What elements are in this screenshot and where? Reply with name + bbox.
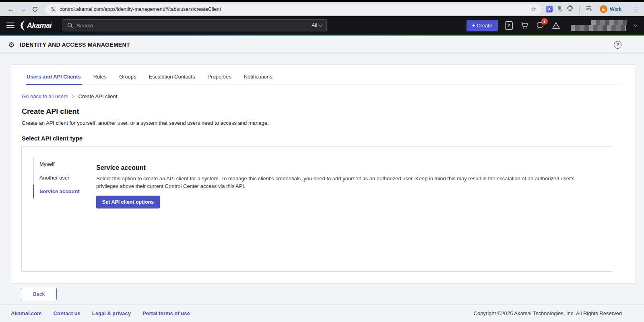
footer-link-legal-privacy[interactable]: Legal & privacy: [92, 310, 131, 316]
set-api-client-options-button[interactable]: Set API client options: [96, 196, 160, 208]
tab-roles[interactable]: Roles: [93, 72, 107, 85]
breadcrumb-back-link[interactable]: Go back to all users: [22, 93, 68, 99]
client-type-panel: Myself Another user Service account Serv…: [21, 146, 612, 272]
akamai-logo-text: Akamai: [27, 21, 52, 30]
create-button[interactable]: + Create: [466, 20, 498, 31]
docs-icon: ?: [505, 21, 513, 30]
warning-triangle-icon: [551, 21, 561, 30]
back-button[interactable]: Back: [21, 288, 57, 300]
search-icon: [67, 22, 73, 29]
footer-link-akamai-com[interactable]: Akamai.com: [11, 310, 42, 316]
footer-link-contact-us[interactable]: Contact us: [54, 310, 80, 316]
address-bar[interactable]: control.akamai.com/apps/identity-managem…: [45, 4, 541, 15]
footer: Akamai.com Contact us Legal & privacy Po…: [0, 304, 644, 322]
bookmark-star-icon[interactable]: ☆: [529, 6, 539, 13]
detail-description: Select this option to create an API clie…: [96, 175, 590, 190]
url-text: control.akamai.com/apps/identity-managem…: [60, 6, 526, 12]
chevron-down-icon: [319, 23, 323, 27]
client-type-option-another-user[interactable]: Another user: [33, 171, 96, 185]
breadcrumb: Go back to all users > Create API client: [22, 93, 636, 99]
marketplace-cart-button[interactable]: [520, 21, 529, 30]
page-intro: Create an API client for yourself, anoth…: [22, 120, 636, 126]
chat-notification-badge: 1: [541, 18, 548, 25]
client-type-option-myself[interactable]: Myself: [33, 157, 96, 171]
footer-link-portal-terms[interactable]: Portal terms of use: [142, 310, 190, 316]
gear-icon: ⚙: [8, 41, 15, 49]
tab-bar: Users and API Clients Roles Groups Escal…: [26, 72, 621, 85]
copyright-text: Copyright ©2025 Akamai Technologies, Inc…: [474, 310, 622, 316]
main-content-card: Users and API Clients Roles Groups Escal…: [11, 64, 636, 284]
page-title: Create API client: [22, 107, 636, 116]
documentation-button[interactable]: ?: [504, 21, 514, 30]
toolbar-divider: [579, 5, 580, 13]
breadcrumb-separator: >: [72, 93, 75, 99]
user-menu-chevron-icon[interactable]: [634, 23, 638, 27]
tab-escalation-contacts[interactable]: Escalation Contacts: [148, 72, 196, 85]
alerts-button[interactable]: [551, 21, 561, 30]
site-settings-icon[interactable]: [50, 6, 56, 12]
tab-notifications[interactable]: Notifications: [243, 72, 273, 85]
akamai-top-bar: Akamai Search All + Create ? 1: [0, 16, 644, 35]
redacted-block: [591, 20, 627, 25]
client-type-detail: Service account Select this option to cr…: [96, 147, 612, 271]
tab-users-and-api-clients[interactable]: Users and API Clients: [26, 72, 82, 85]
search-scope-dropdown[interactable]: All: [312, 23, 322, 28]
search-placeholder: Search: [76, 23, 312, 29]
browser-back-button[interactable]: ←: [5, 3, 17, 15]
tab-properties[interactable]: Properties: [206, 72, 232, 85]
cart-icon: [520, 21, 529, 30]
breadcrumb-current: Create API client: [78, 93, 117, 99]
global-search-input[interactable]: Search All: [62, 19, 327, 31]
translate-extension-icon[interactable]: A: [546, 6, 553, 12]
hamburger-menu-icon[interactable]: [6, 23, 14, 28]
extensions-puzzle-icon[interactable]: [566, 5, 574, 14]
app-title: IDENTITY AND ACCESS MANAGEMENT: [20, 41, 130, 48]
help-button[interactable]: ?: [614, 41, 621, 49]
chat-button[interactable]: 1: [535, 21, 545, 30]
section-title: Select API client type: [22, 135, 636, 142]
browser-chrome: ← → control.akamai.com/apps/identity-man…: [0, 0, 644, 16]
detail-title: Service account: [96, 164, 590, 171]
profile-avatar: E: [600, 5, 607, 13]
browser-forward-button[interactable]: →: [17, 3, 29, 15]
browser-reload-button[interactable]: [29, 3, 41, 15]
extension-icon[interactable]: [556, 5, 563, 13]
client-type-nav: Myself Another user Service account: [22, 147, 96, 271]
redacted-block: [571, 25, 626, 31]
app-title-bar: ⚙ IDENTITY AND ACCESS MANAGEMENT ?: [0, 36, 644, 54]
redacted-username[interactable]: [571, 20, 626, 31]
client-type-option-service-account[interactable]: Service account: [33, 185, 96, 198]
browser-menu-icon[interactable]: ⋮: [633, 5, 639, 13]
reading-list-icon[interactable]: [585, 5, 592, 13]
akamai-logo[interactable]: Akamai: [20, 20, 52, 31]
browser-profile-chip[interactable]: E Work: [598, 4, 626, 14]
tab-groups[interactable]: Groups: [118, 72, 137, 85]
profile-name: Work: [610, 6, 621, 12]
reload-icon: [32, 6, 38, 12]
